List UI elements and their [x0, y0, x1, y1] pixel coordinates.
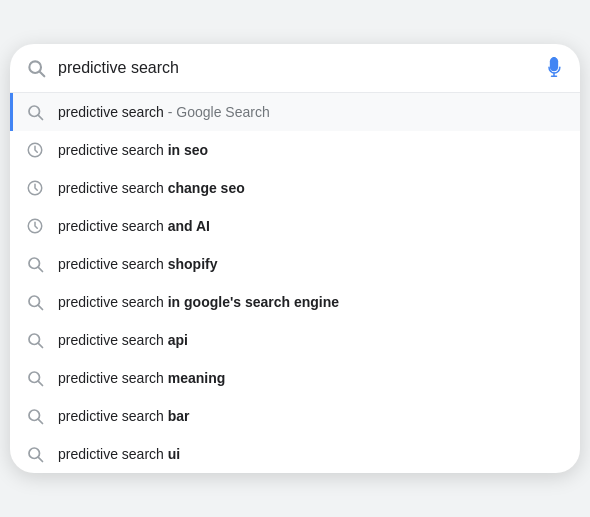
search-container: predictive search - Google Search predic… — [10, 44, 580, 473]
search-bar — [10, 44, 580, 93]
suggestion-item-5[interactable]: predictive search in google's search eng… — [10, 283, 580, 321]
suggestion-text: predictive search bar — [58, 408, 190, 424]
svg-line-9 — [38, 115, 42, 119]
search-suggestion-icon — [26, 103, 44, 121]
svg-line-20 — [38, 381, 42, 385]
suggestion-item-8[interactable]: predictive search bar — [10, 397, 580, 435]
suggestion-text: predictive search in seo — [58, 142, 208, 158]
svg-line-14 — [38, 267, 42, 271]
suggestion-item-4[interactable]: predictive search shopify — [10, 245, 580, 283]
history-suggestion-icon — [26, 217, 44, 235]
history-suggestion-icon — [26, 141, 44, 159]
search-icon-main — [26, 58, 46, 78]
suggestion-text: predictive search in google's search eng… — [58, 294, 339, 310]
suggestion-item-9[interactable]: predictive search ui — [10, 435, 580, 473]
suggestion-item-0[interactable]: predictive search - Google Search — [10, 93, 580, 131]
search-suggestion-icon — [26, 255, 44, 273]
search-suggestion-icon — [26, 407, 44, 425]
svg-line-1 — [40, 72, 45, 77]
suggestion-text: predictive search api — [58, 332, 188, 348]
suggestion-item-2[interactable]: predictive search change seo — [10, 169, 580, 207]
search-input[interactable] — [58, 59, 532, 77]
suggestion-text: predictive search - Google Search — [58, 104, 270, 120]
suggestion-item-1[interactable]: predictive search in seo — [10, 131, 580, 169]
suggestion-text: predictive search and AI — [58, 218, 210, 234]
svg-line-22 — [38, 419, 42, 423]
suggestion-item-3[interactable]: predictive search and AI — [10, 207, 580, 245]
search-suggestion-icon — [26, 293, 44, 311]
mic-icon[interactable] — [544, 54, 564, 82]
search-suggestion-icon — [26, 331, 44, 349]
suggestion-text: predictive search shopify — [58, 256, 218, 272]
suggestion-text: predictive search ui — [58, 446, 180, 462]
search-suggestion-icon — [26, 369, 44, 387]
search-suggestion-icon — [26, 445, 44, 463]
suggestions-list: predictive search - Google Search predic… — [10, 93, 580, 473]
svg-line-24 — [38, 457, 42, 461]
suggestion-text: predictive search change seo — [58, 180, 245, 196]
suggestion-text: predictive search meaning — [58, 370, 225, 386]
svg-line-16 — [38, 305, 42, 309]
svg-line-18 — [38, 343, 42, 347]
history-suggestion-icon — [26, 179, 44, 197]
suggestion-item-7[interactable]: predictive search meaning — [10, 359, 580, 397]
suggestion-item-6[interactable]: predictive search api — [10, 321, 580, 359]
